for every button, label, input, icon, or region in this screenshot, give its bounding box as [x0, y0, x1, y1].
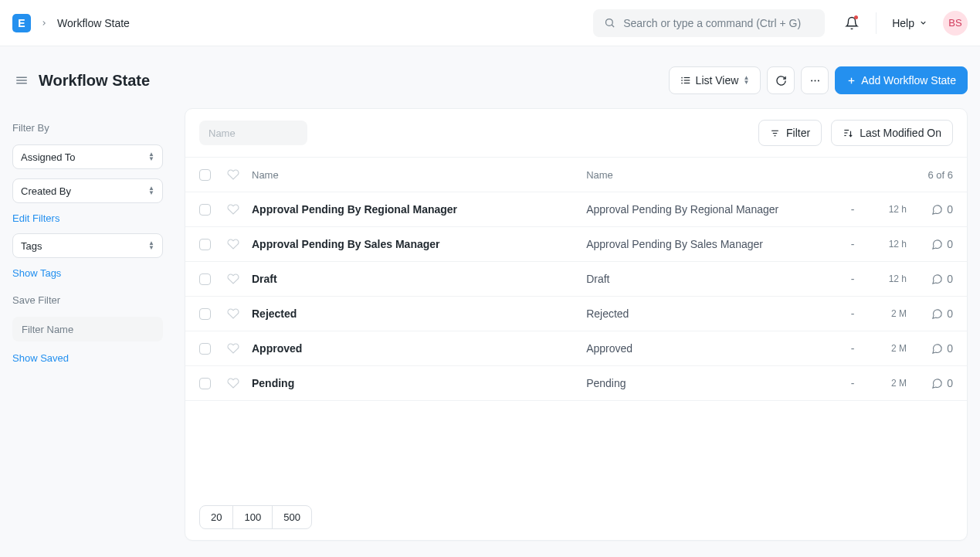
view-selector[interactable]: List View ▲▼ — [669, 66, 761, 94]
search-input[interactable]: Search or type a command (Ctrl + G) — [593, 9, 825, 37]
page-size-selector: 20 100 500 — [199, 505, 312, 529]
assigned-to-select[interactable]: Assigned To ▲▼ — [12, 144, 163, 169]
tags-select[interactable]: Tags ▲▼ — [12, 233, 163, 258]
row-comments[interactable]: 0 — [907, 203, 953, 216]
table-row[interactable]: Approved Approved - 2 M 0 — [185, 331, 967, 366]
heart-icon[interactable] — [227, 273, 239, 285]
table-row[interactable]: Pending Pending - 2 M 0 — [185, 366, 967, 401]
sort-icon — [843, 127, 853, 138]
heart-icon[interactable] — [227, 238, 239, 250]
list-panel: Filter Last Modified On Name Name 6 of 6 — [185, 108, 968, 541]
avatar[interactable]: BS — [943, 11, 968, 36]
row-dash: - — [837, 307, 868, 320]
add-button-label: Add Workflow State — [861, 74, 956, 87]
view-label: List View — [696, 74, 739, 87]
search-placeholder: Search or type a command (Ctrl + G) — [623, 17, 801, 29]
row-checkbox[interactable] — [199, 378, 211, 389]
plus-icon — [846, 76, 856, 86]
show-saved-link[interactable]: Show Saved — [12, 352, 163, 364]
sort-label: Last Modified On — [860, 127, 941, 139]
row-checkbox[interactable] — [199, 308, 211, 320]
sidebar-toggle[interactable] — [12, 71, 31, 90]
show-tags-link[interactable]: Show Tags — [12, 267, 163, 279]
app-logo[interactable]: E — [12, 14, 31, 32]
table-row[interactable]: Approval Pending By Regional Manager App… — [185, 192, 967, 227]
row-checkbox[interactable] — [199, 239, 211, 250]
pagesize-100[interactable]: 100 — [233, 506, 273, 528]
heart-icon[interactable] — [227, 203, 239, 216]
row-checkbox[interactable] — [199, 204, 211, 216]
filter-by-label: Filter By — [12, 122, 163, 134]
column-name2[interactable]: Name — [586, 169, 837, 181]
heart-icon[interactable] — [227, 168, 239, 181]
row-comments[interactable]: 0 — [907, 238, 953, 250]
comment-icon — [931, 308, 943, 320]
select-all-checkbox[interactable] — [199, 169, 211, 181]
table-row[interactable]: Approval Pending By Sales Manager Approv… — [185, 227, 967, 262]
filter-icon — [770, 128, 780, 138]
edit-filters-link[interactable]: Edit Filters — [12, 212, 163, 224]
add-button[interactable]: Add Workflow State — [835, 66, 968, 94]
column-name1[interactable]: Name — [252, 169, 586, 181]
svg-point-9 — [681, 80, 682, 81]
pagesize-500[interactable]: 500 — [273, 506, 311, 528]
created-by-select[interactable]: Created By ▲▼ — [12, 178, 163, 203]
table-row[interactable]: Rejected Rejected - 2 M 0 — [185, 297, 967, 331]
row-name[interactable]: Approval Pending By Regional Manager — [252, 203, 586, 216]
menu-button[interactable] — [801, 66, 829, 94]
name-filter-input[interactable] — [199, 121, 307, 145]
row-name2: Approval Pending By Sales Manager — [586, 238, 837, 250]
comment-icon — [931, 273, 943, 285]
comment-icon — [931, 378, 943, 389]
row-time: 2 M — [868, 378, 907, 389]
row-dash: - — [837, 273, 868, 285]
help-label: Help — [892, 17, 914, 29]
notification-dot-icon — [854, 15, 858, 19]
svg-point-0 — [606, 19, 613, 26]
updown-icon: ▲▼ — [148, 186, 154, 195]
row-name[interactable]: Rejected — [252, 307, 586, 320]
refresh-button[interactable] — [767, 66, 795, 94]
updown-icon: ▲▼ — [148, 152, 154, 161]
page-title: Workflow State — [39, 72, 150, 90]
comment-icon — [931, 343, 943, 355]
row-comments[interactable]: 0 — [907, 342, 953, 355]
row-name[interactable]: Approval Pending By Sales Manager — [252, 238, 586, 250]
row-comments[interactable]: 0 — [907, 377, 953, 389]
filter-sidebar: Filter By Assigned To ▲▼ Created By ▲▼ E… — [12, 108, 163, 373]
row-name2: Rejected — [586, 307, 837, 320]
svg-point-8 — [681, 77, 682, 78]
row-name[interactable]: Pending — [252, 377, 586, 389]
heart-icon[interactable] — [227, 307, 239, 320]
row-checkbox[interactable] — [199, 273, 211, 285]
breadcrumb[interactable]: Workflow State — [57, 17, 130, 29]
row-time: 12 h — [868, 239, 907, 250]
row-name[interactable]: Approved — [252, 342, 586, 355]
row-checkbox[interactable] — [199, 343, 211, 355]
row-comments[interactable]: 0 — [907, 307, 953, 320]
filter-name-input[interactable] — [12, 317, 163, 341]
heart-icon[interactable] — [227, 377, 239, 389]
comment-count: 0 — [947, 342, 953, 355]
row-dash: - — [837, 342, 868, 355]
row-comments[interactable]: 0 — [907, 273, 953, 285]
navbar: E Workflow State Search or type a comman… — [0, 0, 980, 46]
filter-button[interactable]: Filter — [758, 120, 822, 146]
row-dash: - — [837, 203, 868, 216]
row-name2: Approval Pending By Regional Manager — [586, 203, 837, 216]
panel-toolbar: Filter Last Modified On — [185, 109, 967, 158]
pagesize-20[interactable]: 20 — [200, 506, 233, 528]
dots-icon — [809, 75, 821, 87]
table-row[interactable]: Draft Draft - 12 h 0 — [185, 262, 967, 297]
list-icon — [680, 75, 691, 86]
sort-button[interactable]: Last Modified On — [831, 120, 953, 146]
comment-count: 0 — [947, 273, 953, 285]
help-menu[interactable]: Help — [876, 12, 927, 34]
row-dash: - — [837, 238, 868, 250]
chevron-down-icon — [919, 19, 927, 27]
notifications-button[interactable] — [843, 15, 860, 32]
heart-icon[interactable] — [227, 342, 239, 355]
svg-line-1 — [612, 25, 615, 27]
row-name2: Approved — [586, 342, 837, 355]
row-name[interactable]: Draft — [252, 273, 586, 285]
